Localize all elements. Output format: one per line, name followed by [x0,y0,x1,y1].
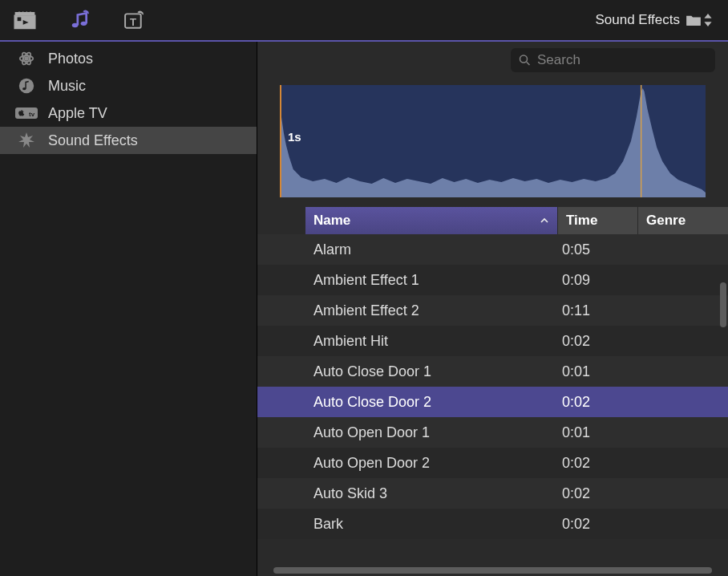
svg-text:T: T [130,16,136,28]
svg-text:tv: tv [29,111,35,118]
table-row[interactable]: Ambient Hit0:02 [257,326,728,356]
table-row[interactable]: Auto Open Door 20:02 [257,448,728,478]
table-header: Name Time Genre [257,207,728,234]
cell-time: 0:02 [558,394,638,411]
column-genre[interactable]: Genre [638,207,728,234]
media-library-icon[interactable] [13,10,37,30]
table-row[interactable]: Ambient Effect 20:11 [257,295,728,326]
sidebar-item-appletv[interactable]: tvApple TV [0,99,257,127]
cell-name: Auto Skid 3 [305,485,558,502]
table-row[interactable]: Alarm0:05 [257,234,728,265]
waveform-time-label: 1s [288,130,301,144]
sidebar: PhotosMusictvApple TVSound Effects [0,42,257,576]
search-icon [519,53,531,67]
table-body: Alarm0:05Ambient Effect 10:09Ambient Eff… [257,234,728,576]
appletv-icon: tv [14,104,38,122]
svg-marker-6 [704,14,711,18]
cell-time: 0:09 [558,272,638,289]
cell-name: Ambient Hit [305,333,558,350]
cell-time: 0:02 [558,485,638,502]
location-selector[interactable]: Sound Effects [595,12,715,28]
music-icon [14,77,38,95]
soundfx-icon [14,132,38,149]
search-row [257,42,728,79]
svg-point-12 [19,79,34,93]
titles-library-icon[interactable]: T [122,10,146,30]
sidebar-item-music[interactable]: Music [0,72,257,99]
cell-name: Ambient Effect 1 [305,272,558,289]
svg-marker-7 [704,22,711,26]
cell-name: Alarm [305,241,558,258]
svg-line-18 [527,62,530,65]
table-row[interactable]: Auto Skid 30:02 [257,478,728,509]
main-panel: 1s Name Time Genre Alarm0:05Ambient Effe… [257,42,728,576]
sidebar-item-label: Apple TV [48,105,107,122]
cell-name: Auto Close Door 2 [305,394,558,411]
location-label: Sound Effects [595,12,680,28]
waveform-preview[interactable]: 1s [280,85,706,197]
photos-icon [14,50,38,67]
svg-rect-1 [18,18,22,22]
cell-time: 0:11 [558,302,638,319]
cell-name: Auto Close Door 1 [305,363,558,380]
cell-time: 0:02 [558,333,638,350]
table-row[interactable]: Auto Close Door 10:01 [257,356,728,387]
svg-point-17 [520,55,528,63]
audio-library-icon[interactable] [67,10,91,30]
column-name[interactable]: Name [305,207,558,234]
cell-time: 0:01 [558,424,638,441]
topbar-tabs: T [13,10,146,30]
sidebar-item-photos[interactable]: Photos [0,45,257,72]
sidebar-item-soundfx[interactable]: Sound Effects [0,127,257,154]
sort-asc-icon [540,216,549,225]
folder-icon [685,14,712,26]
table-row[interactable]: Auto Open Door 10:01 [257,417,728,448]
cell-time: 0:02 [558,455,638,472]
column-time[interactable]: Time [558,207,638,234]
vertical-scrollbar[interactable] [720,282,726,327]
search-input[interactable] [537,52,707,68]
sidebar-item-label: Photos [48,51,93,67]
svg-marker-16 [18,132,34,148]
topbar: T Sound Effects [0,0,728,40]
cell-name: Bark [305,516,558,533]
horizontal-scrollbar[interactable] [273,567,712,574]
table-row[interactable]: Ambient Effect 10:09 [257,265,728,295]
cell-name: Auto Open Door 1 [305,424,558,441]
search-field[interactable] [511,48,715,72]
svg-point-8 [24,56,29,61]
sound-table: Name Time Genre Alarm0:05Ambient Effect … [257,207,728,576]
cell-name: Auto Open Door 2 [305,455,558,472]
cell-time: 0:05 [558,241,638,258]
cell-time: 0:02 [558,516,638,533]
cell-name: Ambient Effect 2 [305,302,558,319]
table-row[interactable]: Auto Close Door 20:02 [257,387,728,417]
sidebar-item-label: Music [48,78,86,95]
table-row[interactable]: Bark0:02 [257,509,728,539]
column-spacer [257,207,305,234]
sidebar-item-label: Sound Effects [48,132,138,149]
cell-time: 0:01 [558,363,638,380]
svg-marker-19 [281,88,706,197]
